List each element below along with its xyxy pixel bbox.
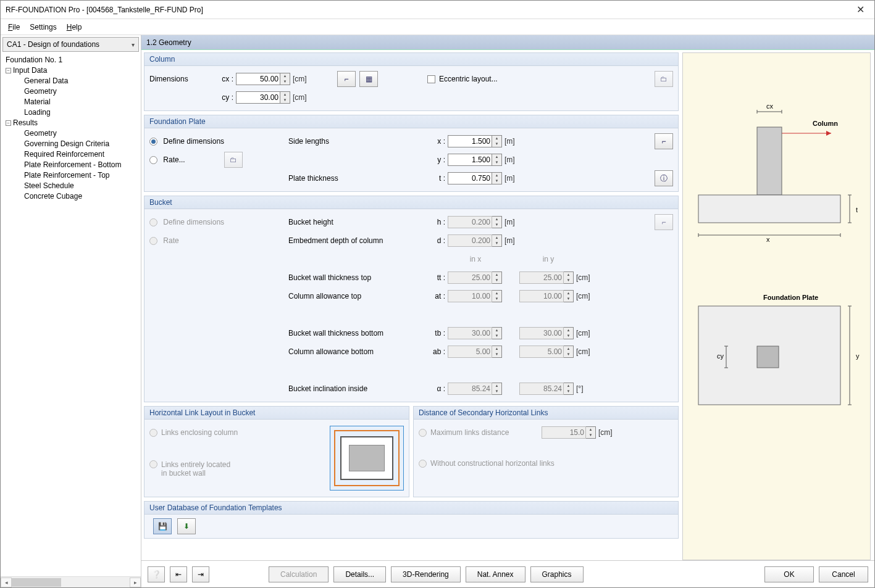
ruler-icon[interactable]: ⌐ xyxy=(655,133,673,149)
t-input[interactable] xyxy=(448,172,492,184)
tree-item[interactable]: Plate Reinforcement - Bottom xyxy=(24,160,141,170)
grid-icon[interactable]: ▦ xyxy=(359,71,378,87)
h-input xyxy=(448,216,492,228)
details-button[interactable]: Details... xyxy=(333,566,386,582)
dsec-max-radio xyxy=(419,429,427,437)
next-icon[interactable]: ⇥ xyxy=(192,566,209,582)
svg-text:Foundation Plate: Foundation Plate xyxy=(763,294,818,301)
tree-item[interactable]: Governing Design Criteria xyxy=(24,139,141,149)
footer: ❔ ⇤ ⇥ Calculation Details... 3D-Renderin… xyxy=(141,560,874,587)
library-icon[interactable]: 🗀 xyxy=(655,71,673,87)
tree-item[interactable]: Required Reinforcement xyxy=(24,149,141,160)
titlebar: RF-FOUNDATION Pro - [004568_Tankstelle_R… xyxy=(1,1,874,19)
sidebar: CA1 - Design of foundations ▾ Foundation… xyxy=(1,35,141,587)
svg-text:t: t xyxy=(856,206,858,213)
rendering-button[interactable]: 3D-Rendering xyxy=(391,566,461,582)
dsec-without-radio xyxy=(419,460,427,468)
menubar: File Settings Help xyxy=(1,19,874,35)
at-x-input xyxy=(448,290,492,302)
annex-button[interactable]: Nat. Annex xyxy=(466,566,525,582)
ab-x-input xyxy=(448,346,492,358)
tree-results[interactable]: −Results xyxy=(3,118,141,128)
panel-dsec: Distance of Secondary Horizontal Links M… xyxy=(413,406,679,497)
panel-userdb: User Database of Foundation Templates 💾 … xyxy=(144,501,679,539)
tree-item[interactable]: Loading xyxy=(24,107,141,118)
case-combo[interactable]: CA1 - Design of foundations ▾ xyxy=(2,37,139,52)
eccentric-checkbox[interactable] xyxy=(427,75,435,83)
template-load-icon[interactable]: ⬇ xyxy=(177,518,196,534)
svg-text:cx: cx xyxy=(766,102,774,110)
svg-rect-20 xyxy=(757,346,779,368)
tree-root[interactable]: Foundation No. 1 xyxy=(3,55,141,65)
cx-stepper[interactable]: ▲▼ xyxy=(280,73,290,85)
plate-rate-radio[interactable] xyxy=(149,156,157,164)
graphics-button[interactable]: Graphics xyxy=(530,566,584,582)
tb-y-input xyxy=(519,327,564,339)
alpha-y-input xyxy=(519,383,564,395)
d-input xyxy=(448,234,492,247)
ruler-icon: ⌐ xyxy=(655,214,673,230)
ab-y-input xyxy=(519,346,564,358)
svg-marker-7 xyxy=(826,131,831,136)
sidebar-scrollbar[interactable]: ◂▸ xyxy=(1,576,141,587)
rate-settings-icon[interactable]: 🗀 xyxy=(224,152,243,168)
calculation-button: Calculation xyxy=(269,566,329,582)
svg-rect-8 xyxy=(757,127,782,195)
panel-hlink: Horizontal Link Layout in Bucket Links e… xyxy=(144,406,409,497)
page-title: 1.2 Geometry xyxy=(141,35,874,50)
svg-text:cy: cy xyxy=(717,352,724,360)
template-save-icon[interactable]: 💾 xyxy=(153,518,172,534)
cancel-button[interactable]: Cancel xyxy=(819,566,868,582)
at-y-input xyxy=(519,290,564,302)
tb-x-input xyxy=(448,327,492,339)
panel-bucket: Bucket Define dimensions Bucket height h… xyxy=(144,196,679,402)
panel-plate: Foundation Plate Define dimensions Side … xyxy=(144,115,679,192)
info-icon[interactable]: ⓘ xyxy=(655,170,673,186)
svg-rect-9 xyxy=(698,195,840,223)
panel-column: Column Dimensions cx : ▲▼ [cm] ⌐ ▦ xyxy=(144,52,679,111)
menu-file[interactable]: File xyxy=(8,23,20,31)
plate-define-radio[interactable] xyxy=(149,138,157,146)
tree-item[interactable]: Concrete Cubage xyxy=(24,191,141,202)
svg-text:Column: Column xyxy=(813,120,838,127)
close-icon[interactable]: ✕ xyxy=(852,4,869,15)
x-input[interactable] xyxy=(448,135,492,147)
cx-input[interactable] xyxy=(236,73,280,85)
nav-tree: Foundation No. 1 −Input Data General Dat… xyxy=(1,54,141,576)
cy-input[interactable] xyxy=(236,91,280,104)
tree-item[interactable]: Steel Schedule xyxy=(24,181,141,191)
svg-text:x: x xyxy=(766,236,770,243)
links-diagram xyxy=(330,426,404,491)
window-title: RF-FOUNDATION Pro - [004568_Tankstelle_R… xyxy=(6,6,852,14)
tt-x-input xyxy=(448,271,492,284)
menu-settings[interactable]: Settings xyxy=(30,23,56,31)
dsec-input xyxy=(542,426,586,439)
bucket-rate-radio xyxy=(149,237,157,245)
tree-item[interactable]: Geometry xyxy=(24,128,141,139)
menu-help[interactable]: Help xyxy=(67,23,82,31)
preview: cx Column t x Foundation Plate xyxy=(682,52,871,560)
preview-svg: cx Column t x Foundation Plate xyxy=(683,53,871,497)
cy-stepper[interactable]: ▲▼ xyxy=(280,91,290,104)
help-icon[interactable]: ❔ xyxy=(148,566,165,582)
tree-input-data[interactable]: −Input Data xyxy=(3,65,141,76)
tree-item[interactable]: Material xyxy=(24,97,141,107)
ruler-icon[interactable]: ⌐ xyxy=(337,71,356,87)
tree-item[interactable]: General Data xyxy=(24,76,141,86)
y-input[interactable] xyxy=(448,154,492,166)
bucket-define-radio xyxy=(149,218,157,226)
ok-button[interactable]: OK xyxy=(764,566,814,582)
tree-item[interactable]: Geometry xyxy=(24,86,141,97)
tree-item[interactable]: Plate Reinforcement - Top xyxy=(24,170,141,181)
chevron-down-icon: ▾ xyxy=(132,41,135,48)
hlink-enclosing-radio xyxy=(149,429,157,437)
alpha-x-input xyxy=(448,383,492,395)
svg-text:y: y xyxy=(856,352,860,360)
hlink-wall-radio xyxy=(149,460,157,468)
tt-y-input xyxy=(519,271,564,284)
prev-icon[interactable]: ⇤ xyxy=(170,566,187,582)
